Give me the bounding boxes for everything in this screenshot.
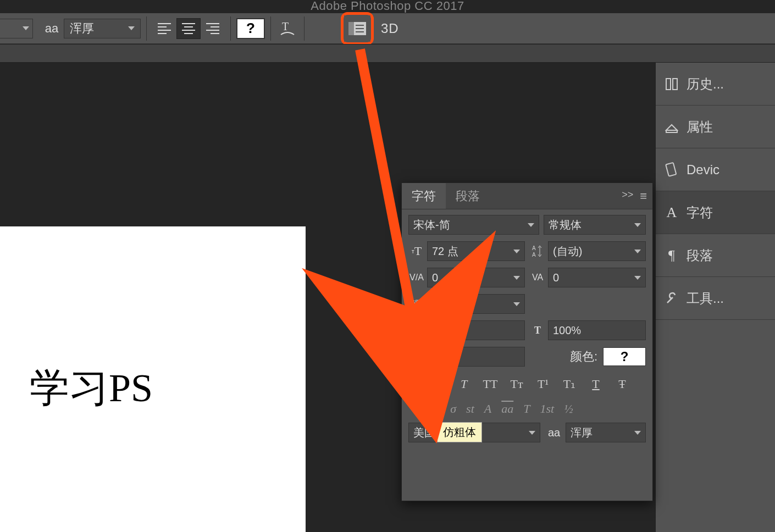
panel-expand-icon[interactable]: >> <box>622 189 633 203</box>
hscale-icon: T <box>529 325 546 336</box>
ot-stylistic-alt-button[interactable]: aa <box>501 402 513 416</box>
chevron-down-icon <box>513 276 520 280</box>
tool-preset-dropdown[interactable] <box>0 19 33 38</box>
rail-label: 历史... <box>687 75 724 93</box>
svg-rect-18 <box>666 79 671 90</box>
align-center-button[interactable] <box>176 18 201 39</box>
antialias-bottom-select[interactable]: 浑厚 <box>566 423 646 442</box>
chevron-down-icon <box>513 250 520 253</box>
3d-button[interactable]: 3D <box>381 21 399 36</box>
character-panel: 字符 段落 >> ≡ 宋体-简 常规体 тT 72 点 AA (自动) <box>401 182 653 501</box>
baseline-input[interactable]: 0 点 <box>427 347 525 367</box>
text-color-swatch[interactable]: ? <box>603 347 646 366</box>
tsume-value: 0% <box>432 298 448 311</box>
chevron-down-icon <box>634 223 641 227</box>
font-style-select[interactable]: 常规体 <box>544 215 646 235</box>
tsume-input[interactable]: 0% <box>427 294 525 314</box>
paragraph-icon: ¶ <box>663 247 680 264</box>
allcaps-button[interactable]: TT <box>479 373 502 395</box>
tsume-icon: 週 <box>408 299 425 309</box>
rail-label: 属性 <box>687 118 713 136</box>
kerning-input[interactable]: 0 <box>427 268 525 287</box>
align-left-button[interactable] <box>152 18 176 39</box>
tracking-input[interactable]: 0 <box>548 268 646 287</box>
chevron-down-icon <box>128 26 135 30</box>
ot-discretionary-button[interactable]: st <box>466 402 474 416</box>
hscale-value: 100% <box>553 324 581 337</box>
opentype-buttons-row: fi σ st A aa T 1st ½ <box>408 402 646 416</box>
superscript-button[interactable]: T¹ <box>532 373 555 395</box>
canvas-text-layer[interactable]: 学习PS <box>30 362 153 414</box>
font-size-icon: тT <box>408 244 425 258</box>
color-label: 颜色: <box>570 348 597 365</box>
leading-icon: AA <box>529 245 546 258</box>
antialias-label: aa <box>40 21 64 36</box>
align-right-button[interactable] <box>201 18 225 39</box>
rail-label: 工具... <box>687 290 724 307</box>
rail-item-device-preview[interactable]: Devic <box>656 148 775 191</box>
kerning-value: 0 <box>432 271 438 284</box>
vscale-input[interactable]: 100% <box>427 320 525 340</box>
style-buttons-row: T T TT Tт T¹ T₁ T Ŧ <box>408 373 646 395</box>
ot-contextual-button[interactable]: σ <box>450 402 456 416</box>
hscale-input[interactable]: 100% <box>548 320 646 340</box>
font-size-value: 72 点 <box>432 244 458 259</box>
wrench-icon <box>663 290 680 307</box>
rail-item-paragraph[interactable]: ¶ 段落 <box>656 234 775 277</box>
separator <box>304 16 305 41</box>
svg-text:A: A <box>532 245 536 251</box>
character-icon: A <box>663 204 680 221</box>
ot-ordinals-button[interactable]: 1st <box>540 402 554 416</box>
leading-value: (自动) <box>553 244 582 259</box>
baseline-icon: Aa <box>408 351 425 363</box>
tab-character[interactable]: 字符 <box>402 183 446 209</box>
text-color-swatch[interactable]: ? <box>236 18 265 39</box>
tab-bar <box>0 44 775 63</box>
aa-label: aa <box>548 426 560 439</box>
chevron-down-icon <box>634 431 641 435</box>
panel-tabs: 字符 段落 >> ≡ <box>402 183 652 209</box>
svg-rect-19 <box>673 79 677 90</box>
rail-item-character[interactable]: A 字符 <box>656 191 775 234</box>
leading-input[interactable]: (自动) <box>548 241 646 261</box>
chevron-down-icon <box>634 250 641 253</box>
chevron-down-icon <box>528 223 534 227</box>
warp-text-button[interactable]: T <box>276 18 298 40</box>
right-panel-rail: 历史... 属性 Devic A 字符 ¶ 段落 工具... <box>655 63 775 532</box>
tooltip: 仿粗体 <box>437 422 482 442</box>
panel-icon <box>347 20 367 37</box>
panel-menu-icon[interactable]: ≡ <box>640 189 647 203</box>
chevron-down-icon <box>634 276 641 280</box>
options-bar: aa 浑厚 ? T 3D <box>0 13 775 44</box>
antialias-select[interactable]: 浑厚 <box>64 19 141 38</box>
device-icon <box>663 162 680 178</box>
baseline-value: 0 点 <box>432 350 452 364</box>
ot-fractions-button[interactable]: ½ <box>564 402 573 416</box>
font-family-value: 宋体-简 <box>413 218 450 232</box>
smallcaps-button[interactable]: Tт <box>505 373 528 395</box>
rail-label: Devic <box>687 162 719 178</box>
rail-item-history[interactable]: 历史... <box>656 63 775 106</box>
ot-titling-button[interactable]: T <box>523 402 530 416</box>
character-panel-toggle-button[interactable] <box>344 15 370 42</box>
ot-swash-button[interactable]: A <box>484 402 491 416</box>
faux-bold-button[interactable]: T <box>426 373 449 395</box>
vscale-icon: IT <box>408 325 425 336</box>
rail-item-tool-presets[interactable]: 工具... <box>656 277 775 320</box>
properties-icon <box>663 119 680 135</box>
svg-text:A: A <box>532 252 536 258</box>
vscale-value: 100% <box>432 324 460 337</box>
font-family-select[interactable]: 宋体-简 <box>408 215 539 235</box>
strikethrough-button[interactable]: Ŧ <box>611 373 634 395</box>
rail-item-properties[interactable]: 属性 <box>656 106 775 148</box>
font-size-input[interactable]: 72 点 <box>427 241 525 261</box>
tab-paragraph[interactable]: 段落 <box>446 183 490 209</box>
underline-button[interactable]: T <box>584 373 607 395</box>
history-icon <box>663 76 680 92</box>
chevron-down-icon <box>23 26 29 30</box>
ot-ligatures-button[interactable]: fi <box>434 402 440 416</box>
subscript-button[interactable]: T₁ <box>558 373 581 395</box>
faux-italic-button[interactable]: T <box>452 373 475 395</box>
svg-rect-20 <box>666 162 676 176</box>
antialias-value: 浑厚 <box>70 20 94 37</box>
